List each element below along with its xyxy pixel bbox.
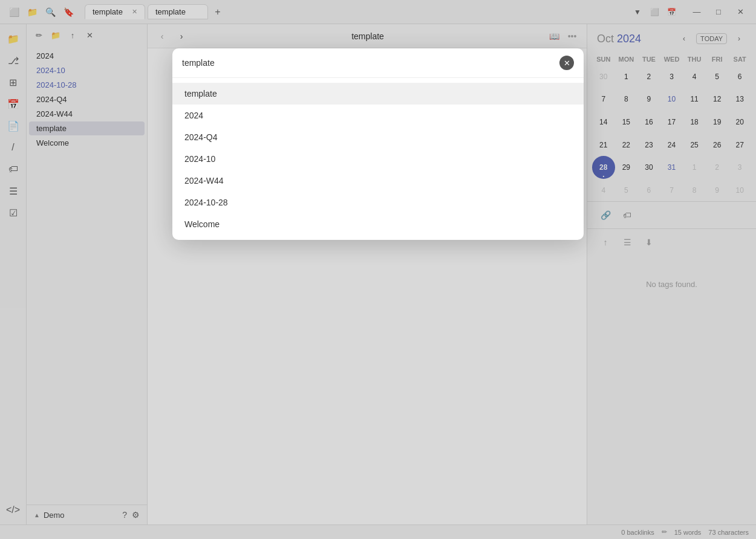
modal-search-bar: ✕ <box>172 48 584 78</box>
modal-item-3[interactable]: 2024-10 <box>172 148 584 170</box>
modal-item-0[interactable]: template <box>172 83 584 105</box>
modal-list: template20242024-Q42024-102024-W442024-1… <box>172 78 584 240</box>
modal-item-6[interactable]: Welcome <box>172 213 584 235</box>
modal-item-2[interactable]: 2024-Q4 <box>172 126 584 148</box>
modal-item-1[interactable]: 2024 <box>172 105 584 126</box>
modal-overlay[interactable]: ✕ template20242024-Q42024-102024-W442024… <box>0 0 756 539</box>
template-search-input[interactable] <box>182 58 555 68</box>
modal-item-4[interactable]: 2024-W44 <box>172 170 584 192</box>
modal-item-5[interactable]: 2024-10-28 <box>172 192 584 213</box>
template-modal: ✕ template20242024-Q42024-102024-W442024… <box>172 48 584 240</box>
modal-close-button[interactable]: ✕ <box>559 56 574 70</box>
